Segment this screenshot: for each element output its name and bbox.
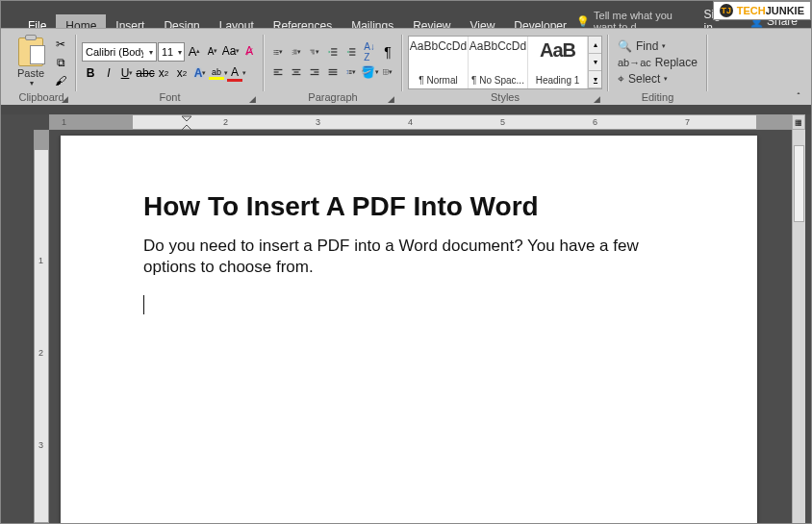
document-heading[interactable]: How To Insert A PDF Into Word (143, 191, 682, 222)
shrink-font-button[interactable]: A▾ (204, 42, 221, 60)
gallery-down[interactable]: ▾ (589, 54, 601, 71)
styles-gallery: AaBbCcDd ¶ Normal AaBbCcDd ¶ No Spac... … (408, 36, 602, 89)
style-label: ¶ Normal (419, 75, 457, 86)
gallery-more[interactable]: ▾̲ (589, 71, 601, 88)
style-no-spacing[interactable]: AaBbCcDd ¶ No Spac... (469, 37, 528, 88)
paste-label: Paste▾ (17, 67, 44, 87)
text-cursor (143, 295, 682, 314)
svg-rect-28 (314, 71, 318, 72)
document-page[interactable]: How To Insert A PDF Into Word Do you nee… (61, 136, 757, 523)
font-launcher[interactable]: ◢ (246, 93, 258, 105)
ruler-tick: 3 (316, 117, 320, 127)
brand-badge: TJ TECHJUNKIE (713, 1, 811, 20)
align-right-icon (310, 64, 319, 80)
editing-group-label: Editing (614, 91, 701, 105)
style-preview: AaBbCcDd (469, 39, 526, 53)
superscript-button[interactable]: x2 (173, 64, 190, 82)
italic-button[interactable]: I (100, 64, 117, 82)
show-marks-button[interactable]: ¶ (379, 43, 396, 61)
svg-rect-32 (329, 74, 338, 75)
highlight-icon: ab (209, 67, 224, 80)
paste-button[interactable]: Paste▾ (13, 37, 49, 87)
gallery-up[interactable]: ▴ (589, 37, 601, 54)
replace-icon: ab→ac (618, 57, 651, 68)
vertical-ruler[interactable]: 1 2 3 (34, 130, 49, 523)
text-effects-button[interactable]: A▾ (191, 64, 209, 82)
group-styles: AaBbCcDd ¶ Normal AaBbCcDd ¶ No Spac... … (402, 31, 608, 105)
line-spacing-button[interactable]: ▾ (343, 63, 360, 81)
svg-rect-20 (349, 55, 355, 56)
format-painter-button[interactable]: 🖌 (51, 72, 70, 89)
group-editing: 🔍 Find ▾ ab→ac Replace ⌖ Select ▾ Editin… (608, 31, 707, 105)
svg-rect-24 (292, 69, 301, 70)
sort-button[interactable]: A↓Z (361, 43, 378, 61)
align-center-button[interactable] (288, 63, 305, 81)
style-heading-1[interactable]: AaB Heading 1 (528, 37, 588, 88)
find-button[interactable]: 🔍 Find ▾ (614, 38, 701, 54)
ruler-tick: 7 (685, 117, 690, 127)
bold-button[interactable]: B (82, 64, 99, 82)
decrease-indent-button[interactable] (324, 43, 342, 61)
font-family-input[interactable] (83, 46, 146, 58)
highlight-button[interactable]: ab ▾ (210, 64, 227, 82)
replace-button[interactable]: ab→ac Replace (614, 55, 701, 70)
group-font: ▾ ▾ A▴ A▾ Aa▾ A̷ B I U▾ abc x2 (76, 31, 264, 105)
paragraph-launcher[interactable]: ◢ (385, 93, 396, 105)
scrollbar-thumb[interactable] (794, 145, 804, 222)
svg-rect-14 (313, 54, 315, 55)
ruler-tick: 2 (223, 117, 228, 127)
shading-button[interactable]: 🪣▾ (361, 63, 378, 81)
indent-icon (346, 44, 356, 60)
chevron-down-icon[interactable]: ▾ (662, 42, 666, 50)
horizontal-ruler[interactable]: 1 2 3 4 5 6 7 (49, 114, 792, 130)
grow-font-button[interactable]: A▴ (186, 42, 203, 60)
font-size-input[interactable] (159, 46, 177, 58)
collapse-ribbon-button[interactable]: ˆ (792, 90, 805, 102)
style-normal[interactable]: AaBbCcDd ¶ Normal (409, 37, 469, 88)
increase-indent-button[interactable] (343, 43, 360, 61)
styles-launcher[interactable]: ◢ (591, 93, 602, 105)
clipboard-group-label: Clipboard ◢ (13, 91, 70, 105)
chevron-down-icon[interactable]: ▾ (146, 48, 156, 57)
font-family-combo[interactable]: ▾ (82, 42, 157, 62)
align-left-button[interactable] (269, 63, 287, 81)
font-group-label: Font ◢ (82, 91, 258, 105)
borders-button[interactable]: ▾ (379, 63, 396, 81)
copy-button[interactable]: ⧉ (51, 54, 70, 71)
ruler-tick: 4 (408, 117, 413, 127)
style-label: ¶ No Spac... (471, 75, 524, 86)
font-size-combo[interactable]: ▾ (158, 42, 185, 62)
align-right-button[interactable] (306, 63, 323, 81)
cut-button[interactable]: ✂ (51, 36, 70, 53)
change-case-button[interactable]: Aa▾ (222, 42, 240, 60)
chevron-down-icon[interactable]: ▾ (177, 48, 185, 57)
justify-button[interactable] (324, 63, 342, 81)
ruler-tick: 1 (38, 256, 43, 265)
style-preview: AaB (540, 39, 575, 62)
select-button[interactable]: ⌖ Select ▾ (614, 71, 701, 87)
subscript-button[interactable]: x2 (155, 64, 172, 82)
svg-rect-19 (349, 51, 355, 52)
svg-point-0 (274, 50, 275, 51)
chevron-down-icon[interactable]: ▾ (664, 75, 668, 83)
ruler-toggle-button[interactable]: ▦ (792, 114, 805, 130)
clear-formatting-button[interactable]: A̷ (241, 42, 258, 60)
align-center-icon (292, 64, 301, 80)
numbering-button[interactable]: 123▾ (288, 43, 305, 61)
font-color-button[interactable]: A ▾ (228, 64, 245, 82)
strikethrough-button[interactable]: abc (137, 64, 154, 82)
svg-rect-29 (311, 74, 319, 75)
underline-button[interactable]: U▾ (118, 64, 136, 82)
svg-rect-18 (349, 48, 355, 49)
justify-icon (328, 64, 338, 80)
bullets-button[interactable]: ▾ (269, 43, 287, 61)
clipboard-launcher[interactable]: ◢ (59, 93, 70, 105)
multilevel-list-button[interactable]: ▾ (306, 43, 323, 61)
ruler-tick: 6 (593, 117, 597, 127)
replace-label: Replace (655, 56, 698, 69)
sort-icon: A↓Z (364, 41, 375, 62)
svg-rect-16 (331, 51, 337, 52)
vertical-scrollbar[interactable] (792, 130, 805, 523)
indent-marker-icon[interactable] (181, 115, 192, 131)
document-paragraph[interactable]: Do you need to insert a PDF into a Word … (143, 236, 682, 278)
